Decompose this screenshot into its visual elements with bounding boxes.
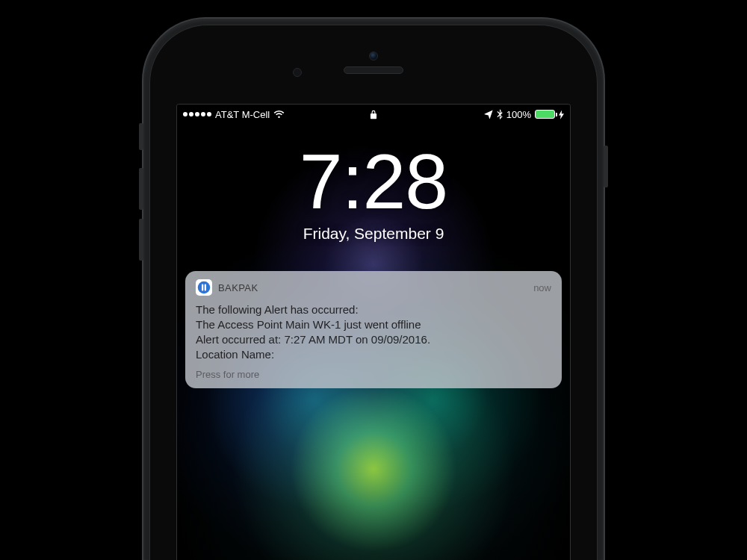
volume-up-button[interactable] — [139, 168, 143, 210]
proximity-sensor — [293, 68, 302, 77]
phone-device-frame: AT&T M-Cell 100% — [142, 17, 605, 560]
power-button[interactable] — [604, 146, 608, 187]
svg-rect-2 — [205, 284, 206, 291]
earpiece-speaker — [344, 66, 403, 74]
cell-signal-dots-icon — [183, 112, 211, 116]
notification-line: The Access Point Main WK-1 just went off… — [196, 317, 551, 332]
lock-icon — [370, 110, 377, 119]
notification-header: BAKPAK now — [196, 279, 551, 296]
svg-point-0 — [198, 281, 211, 294]
notification-body: The following Alert has occurred: The Ac… — [196, 302, 551, 362]
phone-bezel: AT&T M-Cell 100% — [149, 25, 598, 560]
notification-line: Alert occurred at: 7:27 AM MDT on 09/09/… — [196, 332, 551, 347]
location-arrow-icon — [484, 110, 493, 119]
charging-bolt-icon — [559, 110, 564, 119]
app-icon — [196, 279, 212, 296]
notification-card[interactable]: BAKPAK now The following Alert has occur… — [185, 271, 562, 388]
volume-down-button[interactable] — [139, 219, 143, 261]
battery-percentage: 100% — [506, 109, 531, 120]
notification-app-name: BAKPAK — [218, 282, 258, 293]
front-camera — [369, 52, 378, 60]
notification-press-for-more[interactable]: Press for more — [196, 369, 551, 380]
lockscreen-time: 7:28 — [177, 143, 570, 220]
lockscreen-date: Friday, September 9 — [177, 225, 570, 243]
bluetooth-icon — [497, 109, 503, 119]
wifi-icon — [273, 110, 285, 119]
carrier-label: AT&T M-Cell — [215, 109, 270, 120]
notification-time: now — [533, 282, 551, 293]
notification-line: The following Alert has occurred: — [196, 302, 551, 317]
notification-line: Location Name: — [196, 347, 551, 362]
status-bar: AT&T M-Cell 100% — [177, 105, 570, 124]
phone-screen[interactable]: AT&T M-Cell 100% — [176, 104, 571, 560]
mute-switch[interactable] — [139, 123, 143, 150]
battery-icon — [535, 110, 555, 119]
svg-rect-1 — [202, 284, 203, 291]
